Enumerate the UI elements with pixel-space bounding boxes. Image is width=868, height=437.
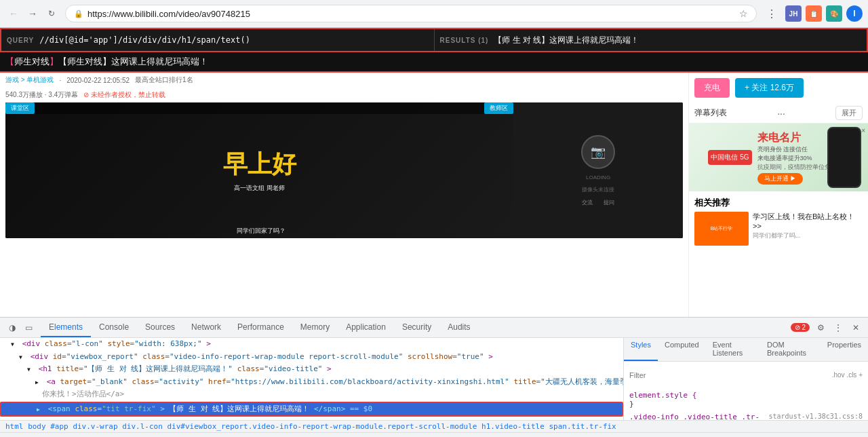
breadcrumb-span[interactable]: span.tit.tr-fix	[549, 422, 616, 431]
dom-line-selected[interactable]: ▶ <span class="tit tr-fix" > 【师 生 对 线】这网…	[0, 402, 623, 417]
extension-jh-icon[interactable]: JH	[785, 5, 802, 22]
back-button[interactable]: ←	[5, 5, 22, 22]
devtools-header: ◑ ▭ Elements Console Sources Network Per…	[0, 318, 868, 338]
hover-hint: .hov .cls +	[832, 371, 863, 379]
video-info-area: 游戏 > 单机游戏 · 2020-02-22 12:05:52 最高全站口排行1…	[0, 73, 868, 317]
related-section: 相关推荐 B站不行学 学习区上线！我在B站上名校！>> 同学们都学了吗...	[689, 191, 868, 255]
tab-network[interactable]: Network	[183, 318, 229, 337]
tab-console[interactable]: Console	[91, 318, 137, 337]
breadcrumb-html[interactable]: html	[5, 422, 24, 431]
breadcrumb-div-wrap[interactable]: div.v-wrap	[73, 422, 117, 431]
breadcrumb-body[interactable]: body	[28, 422, 46, 431]
bookmark-button[interactable]: ☆	[739, 8, 748, 19]
browser-chrome: ← → ↻ 🔒 https://www.bilibili.com/video/a…	[0, 0, 868, 28]
styles-tab-styles[interactable]: Styles	[624, 338, 658, 361]
devtools-settings-button[interactable]: ⚙	[814, 321, 827, 335]
video-thumbnail[interactable]: 课堂区 教师区 早上好 高一语文组 周老师 同学们回家了吗？	[5, 102, 683, 238]
styles-panel: Styles Computed Event Listeners DOM Brea…	[624, 338, 868, 420]
expand-triangle-3[interactable]: ▼	[27, 366, 34, 374]
related-desc: 同学们都学了吗...	[753, 231, 863, 240]
css-brace-close: }	[629, 400, 634, 408]
url-text: https://www.bilibili.com/video/av9074821…	[87, 9, 735, 19]
camera-circle: 📷	[581, 135, 615, 169]
related-title: 相关推荐	[694, 197, 863, 209]
dom-line-2: ▼ <div id="viewbox_report" class="video-…	[0, 351, 623, 364]
refresh-button[interactable]: ↻	[43, 5, 60, 22]
classroom-label[interactable]: 课堂区	[5, 102, 35, 114]
styles-tab-dom-breakpoints[interactable]: DOM Breakpoints	[760, 338, 821, 361]
console-bar: Console |	[0, 432, 868, 437]
query-input[interactable]	[39, 35, 428, 45]
styles-tab-computed[interactable]: Computed	[658, 338, 706, 361]
tab-security[interactable]: Security	[394, 318, 439, 337]
styles-tab-event-listeners[interactable]: Event Listeners	[706, 338, 760, 361]
tab-sources[interactable]: Sources	[137, 318, 183, 337]
related-name[interactable]: 学习区上线！我在B站上名校！>>	[753, 212, 863, 231]
error-badge: ⊘ 2	[791, 323, 810, 332]
related-thumb[interactable]: B站不行学	[694, 212, 749, 246]
forward-button[interactable]: →	[24, 5, 41, 22]
devtools-more-button[interactable]: ⋮	[831, 321, 845, 335]
expand-button[interactable]: 展开	[835, 106, 863, 120]
tab-performance[interactable]: Performance	[229, 318, 292, 337]
tab-audits[interactable]: Audits	[439, 318, 478, 337]
expand-triangle-1[interactable]: ▼	[11, 341, 18, 349]
breadcrumb-bar: html body #app div.v-wrap div.l-con div#…	[0, 420, 868, 432]
dom-line-4: ▶ <a target="_blank" class="activity" hr…	[0, 376, 623, 389]
ad-cta-button[interactable]: 马上开通 ▶	[757, 173, 804, 185]
css-rule-tr-fix: stardust-v1.38c31.css:8 .video-info .vid…	[629, 413, 863, 420]
follow-button[interactable]: + 关注 12.6万	[735, 78, 804, 98]
tab-application[interactable]: Application	[338, 318, 394, 337]
devtools-inspect-button[interactable]: ◑	[5, 321, 19, 335]
side-btn-exchange[interactable]: 交流	[582, 199, 593, 206]
devtools-icon-group: ◑ ▭	[5, 321, 35, 335]
extension-design-icon[interactable]: 🎨	[826, 5, 842, 22]
danmu-more-icon[interactable]: ···	[777, 108, 785, 119]
breadcrumb-h1[interactable]: h1.video-title	[481, 422, 545, 431]
extension-clipboard-icon[interactable]: 📋	[806, 5, 822, 22]
css-source-1[interactable]: stardust-v1.38c31.css:8	[769, 413, 863, 420]
profile-icon[interactable]: I	[846, 5, 863, 22]
devtools-body: ▼ <div class="l-con" style="width: 638px…	[0, 338, 868, 420]
related-thumb-text: B站不行学	[711, 225, 733, 232]
sidebar-actions: 充电 + 关注 12.6万	[689, 73, 868, 103]
breadcrumb-app[interactable]: #app	[50, 422, 68, 431]
page-header-title: 【师生对线】【师生对线】这网课上得就尼玛高端！	[5, 56, 208, 68]
breadcrumb-div-lcon[interactable]: div.l-con	[122, 422, 163, 431]
related-info: 学习区上线！我在B站上名校！>> 同学们都学了吗...	[753, 212, 863, 246]
styles-tab-properties[interactable]: Properties	[821, 338, 868, 361]
devtools-device-button[interactable]: ▭	[22, 321, 35, 335]
lock-icon: 🔒	[74, 10, 83, 18]
devtools-right: ⊘ 2 ⚙ ⋮ ✕	[791, 321, 863, 335]
ad-banner[interactable]: 广告 × 中国电信 5G 来电名片 亮明身份 连接信任 来电接通率提升30% 抗…	[689, 124, 868, 191]
styles-filter-input[interactable]	[629, 371, 832, 379]
page-preview: 【师生对线】【师生对线】这网课上得就尼玛高端！ 游戏 > 单机游戏 · 2020…	[0, 52, 868, 317]
video-main: 游戏 > 单机游戏 · 2020-02-22 12:05:52 最高全站口排行1…	[0, 73, 688, 317]
video-meta: 游戏 > 单机游戏 · 2020-02-22 12:05:52 最高全站口排行1…	[5, 73, 683, 88]
expand-triangle-4[interactable]: ▶	[35, 379, 42, 387]
styles-content: element.style { } stardust-v1.38c31.css:…	[624, 388, 868, 420]
side-btn-question[interactable]: 提问	[604, 199, 614, 206]
results-value: 【师 生 对 线】这网课上得就尼玛高端！	[494, 35, 639, 46]
devtools-close-button[interactable]: ✕	[849, 321, 863, 335]
toolbar-icons: ⋮ JH 📋 🎨 I	[762, 4, 863, 23]
styles-filter: .hov .cls +	[624, 362, 868, 388]
query-bar: QUERY RESULTS (1) 【师 生 对 线】这网课上得就尼玛高端！	[0, 28, 868, 52]
video-page: 【师生对线】【师生对线】这网课上得就尼玛高端！ 游戏 > 单机游戏 · 2020…	[0, 52, 868, 317]
address-bar[interactable]: 🔒 https://www.bilibili.com/video/av90748…	[65, 5, 757, 22]
tab-elements[interactable]: Elements	[41, 318, 91, 337]
video-rank: 最高全站口排行1名	[135, 75, 193, 85]
dom-line-5: 你来找！>活动作品</a>	[0, 388, 623, 401]
dom-panel: ▼ <div class="l-con" style="width: 638px…	[0, 338, 624, 420]
video-overlay-content: 早上好 高一语文组 周老师	[223, 148, 296, 193]
breadcrumb-div-viewbox[interactable]: div#viewbox_report.video-info-report-wra…	[167, 422, 477, 431]
css-rule-element: element.style { }	[629, 391, 863, 408]
expand-triangle-2[interactable]: ▼	[19, 354, 26, 362]
menu-button[interactable]: ⋮	[762, 4, 781, 23]
meta-separator: ·	[59, 77, 61, 84]
video-title-overlay: 课堂区 教师区	[5, 102, 513, 114]
charge-button[interactable]: 充电	[694, 78, 730, 98]
teacher-label[interactable]: 教师区	[484, 102, 513, 114]
selected-triangle[interactable]: ▶	[37, 406, 43, 414]
tab-memory[interactable]: Memory	[292, 318, 338, 337]
